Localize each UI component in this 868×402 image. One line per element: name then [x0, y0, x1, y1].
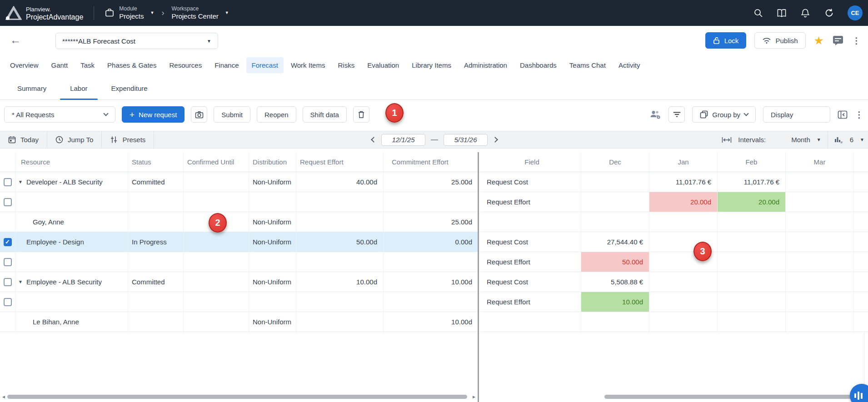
next-period-chevron[interactable]: [492, 137, 498, 143]
feb-cell[interactable]: [718, 232, 786, 252]
table-row-selected[interactable]: ✓ Employee - Design In Progress Non-Unif…: [0, 232, 478, 252]
header-commitment-effort[interactable]: Commitment Effort: [384, 152, 478, 172]
planview-home-link[interactable]: Planview. ProjectAdvantage: [5, 5, 83, 21]
table-row[interactable]: ▼Employee - ALB Security Committed Non-U…: [0, 272, 478, 292]
snapshot-camera-button[interactable]: [191, 106, 207, 123]
scroll-right-arrow-icon[interactable]: ►: [472, 394, 476, 399]
subtab-expenditure[interactable]: Expenditure: [100, 77, 160, 99]
header-jan[interactable]: Jan: [649, 152, 718, 172]
table-row[interactable]: [0, 292, 478, 312]
tab-finance[interactable]: Finance: [209, 57, 244, 73]
header-distribution[interactable]: Distribution: [249, 152, 296, 172]
subtab-summary[interactable]: Summary: [5, 77, 58, 99]
lock-button[interactable]: Lock: [705, 32, 747, 49]
tab-risks[interactable]: Risks: [332, 57, 360, 73]
feb-cell[interactable]: [718, 252, 786, 272]
header-confirmed-until[interactable]: Confirmed Until: [184, 152, 249, 172]
previous-period-chevron[interactable]: [371, 137, 377, 143]
table-row[interactable]: ▼Developer - ALB Security Committed Non-…: [0, 172, 478, 192]
mar-cell[interactable]: [786, 192, 854, 212]
workspace-selector[interactable]: Workspace Projects Center ▼: [171, 6, 229, 20]
tab-resources[interactable]: Resources: [164, 57, 207, 73]
refresh-icon[interactable]: [824, 8, 834, 18]
filter-button[interactable]: [668, 106, 685, 123]
table-row[interactable]: Request Effort 50.00d: [480, 252, 868, 272]
notifications-bell-icon[interactable]: [800, 8, 810, 18]
search-icon[interactable]: [753, 8, 763, 18]
comments-icon[interactable]: [832, 35, 844, 46]
feb-cell[interactable]: [718, 292, 786, 312]
header-resource[interactable]: Resource: [15, 152, 128, 172]
dec-cell-available[interactable]: 10.00d: [581, 292, 649, 312]
left-pane-horizontal-scrollbar[interactable]: [7, 395, 467, 399]
header-field[interactable]: Field: [480, 152, 581, 172]
reopen-button[interactable]: Reopen: [257, 106, 296, 123]
dec-cell-overallocated[interactable]: 50.00d: [581, 252, 649, 272]
mar-cell[interactable]: [786, 292, 854, 312]
expander-caret-icon[interactable]: ▼: [18, 179, 26, 184]
dec-cell[interactable]: 27,544.40 €: [581, 232, 649, 252]
pane-divider[interactable]: [478, 152, 479, 402]
row-checkbox[interactable]: [4, 198, 12, 206]
module-selector[interactable]: Module Projects ▼: [105, 6, 154, 20]
dec-cell[interactable]: [581, 172, 649, 192]
tab-evaluation[interactable]: Evaluation: [362, 57, 404, 73]
group-by-button[interactable]: Group by: [692, 106, 756, 123]
row-checkbox[interactable]: [4, 278, 12, 286]
dec-cell[interactable]: 5,508.88 €: [581, 272, 649, 292]
tab-phases-gates[interactable]: Phases & Gates: [102, 57, 162, 73]
table-row[interactable]: Request Cost 5,508.88 €: [480, 272, 868, 292]
submit-button[interactable]: Submit: [214, 106, 250, 123]
table-row[interactable]: Request Effort 10.00d: [480, 292, 868, 312]
tab-library-items[interactable]: Library Items: [406, 57, 457, 73]
jan-cell-overallocated[interactable]: 20.00d: [649, 192, 718, 212]
table-row[interactable]: Le Bihan, Anne Non-Uniform 10.00d: [0, 312, 478, 332]
request-filter-select[interactable]: * All Requests: [4, 106, 115, 123]
caret-down-icon[interactable]: ▼: [225, 10, 229, 15]
header-dec[interactable]: Dec: [581, 152, 649, 172]
user-avatar[interactable]: CE: [848, 5, 863, 20]
interval-unit-value[interactable]: Month: [791, 136, 810, 144]
tab-work-items[interactable]: Work Items: [285, 57, 331, 73]
header-request-effort[interactable]: Request Effort: [296, 152, 384, 172]
mar-cell[interactable]: [786, 172, 854, 192]
header-status[interactable]: Status: [128, 152, 184, 172]
table-row[interactable]: [480, 212, 868, 232]
shift-data-button[interactable]: Shift data: [303, 106, 347, 123]
tab-task[interactable]: Task: [75, 57, 100, 73]
table-row[interactable]: [480, 312, 868, 332]
forecast-title-dropdown[interactable]: ******ALB Forecast Cost ▼: [55, 33, 218, 49]
table-row[interactable]: Request Effort 20.00d 20.00d: [480, 192, 868, 212]
resource-settings-icon[interactable]: [649, 109, 661, 119]
feb-cell[interactable]: 11,017.76 €: [718, 172, 786, 192]
row-checkbox-checked[interactable]: ✓: [4, 238, 12, 246]
toolbar-kebab-icon[interactable]: ⋮: [855, 109, 863, 120]
jan-cell[interactable]: [649, 272, 718, 292]
chart-fab-button[interactable]: [850, 384, 868, 402]
expander-caret-icon[interactable]: ▼: [18, 279, 26, 284]
mar-cell[interactable]: [786, 252, 854, 272]
tab-forecast[interactable]: Forecast: [246, 57, 284, 73]
right-pane-horizontal-scrollbar[interactable]: [604, 395, 859, 399]
caret-down-icon[interactable]: ▼: [150, 10, 155, 15]
today-button[interactable]: Today: [0, 131, 47, 148]
display-button[interactable]: Display: [763, 106, 830, 123]
table-row[interactable]: Request Cost 27,544.40 €: [480, 232, 868, 252]
back-arrow-icon[interactable]: ←: [10, 34, 21, 46]
date-from-input[interactable]: 12/1/25: [381, 134, 425, 146]
header-feb[interactable]: Feb: [718, 152, 786, 172]
caret-down-icon[interactable]: ▼: [860, 137, 864, 142]
tab-dashboards[interactable]: Dashboards: [514, 57, 562, 73]
tab-teams-chat[interactable]: Teams Chat: [564, 57, 611, 73]
row-checkbox[interactable]: [4, 258, 12, 266]
table-row[interactable]: Goy, Anne Non-Uniform 25.00d: [0, 212, 478, 232]
collapse-panel-icon[interactable]: [838, 110, 848, 119]
tab-administration[interactable]: Administration: [459, 57, 513, 73]
more-options-kebab-icon[interactable]: ⋮: [852, 35, 861, 46]
mar-cell[interactable]: [786, 232, 854, 252]
tab-overview[interactable]: Overview: [5, 57, 44, 73]
presets-button[interactable]: Presets: [102, 131, 154, 148]
feb-cell[interactable]: [718, 272, 786, 292]
subtab-labor[interactable]: Labor: [58, 77, 99, 99]
tab-gantt[interactable]: Gantt: [46, 57, 74, 73]
